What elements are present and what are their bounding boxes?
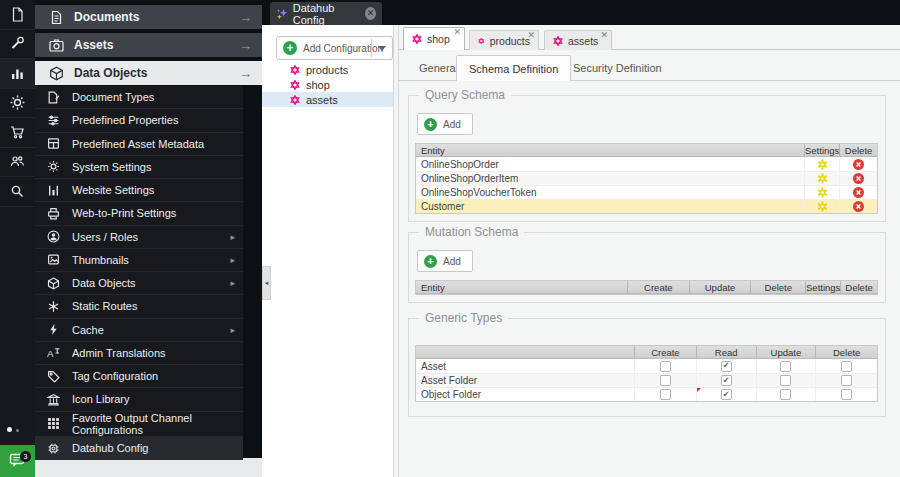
sidebar-item-system-settings[interactable]: System Settings: [35, 156, 243, 179]
read-checkbox[interactable]: ✔: [721, 375, 732, 386]
sidebar-item-static-routes[interactable]: Static Routes: [35, 295, 243, 318]
plus-icon: +: [424, 255, 437, 268]
create-checkbox[interactable]: [660, 361, 671, 372]
sidebar-item-admin-translations[interactable]: A Admin Translations: [35, 342, 243, 365]
table-row[interactable]: OnlineShopOrder: [416, 157, 877, 171]
sidebar-item-datahub-config[interactable]: Datahub Config: [35, 437, 243, 460]
close-icon[interactable]: ✕: [453, 28, 461, 37]
entity-name: OnlineShopOrder: [421, 159, 499, 170]
delete-checkbox[interactable]: [841, 389, 852, 400]
sidebar-item-thumbnails[interactable]: Thumbnails ▸: [35, 249, 243, 272]
tree-item-assets[interactable]: assets: [262, 92, 393, 107]
subtab-schema-definition[interactable]: Schema Definition: [456, 55, 571, 81]
create-checkbox[interactable]: [660, 389, 671, 400]
sidebar-section-assets[interactable]: Assets →: [35, 33, 262, 57]
close-icon[interactable]: ✕: [600, 31, 608, 40]
workspace-tab-datahub-config[interactable]: Datahub Config ✕: [270, 2, 382, 25]
tree-item-shop[interactable]: shop: [262, 77, 393, 92]
row-settings-button[interactable]: [805, 157, 840, 171]
column-header-name[interactable]: [416, 346, 635, 358]
row-settings-button[interactable]: [805, 172, 840, 185]
submenu-arrow-icon: ▸: [230, 325, 235, 335]
sidebar-item-web-to-print-settings[interactable]: Web-to-Print Settings: [35, 202, 243, 225]
sidebar-item-users-roles[interactable]: Users / Roles ▸: [35, 226, 243, 249]
gear-icon: [817, 173, 828, 184]
table-row[interactable]: Asset Folder ✔: [416, 373, 877, 387]
sidebar-item-icon-library[interactable]: Icon Library: [35, 388, 243, 411]
sidebar-item-tag-configuration[interactable]: Tag Configuration: [35, 365, 243, 388]
update-checkbox[interactable]: [780, 361, 791, 372]
gear-icon: [817, 201, 828, 212]
sidebar-item-website-settings[interactable]: Website Settings: [35, 179, 243, 202]
row-delete-button[interactable]: [840, 172, 877, 185]
rail-item-settings[interactable]: [0, 89, 35, 119]
rail-item-analytics[interactable]: [0, 59, 35, 89]
rail-item-ecommerce[interactable]: [0, 118, 35, 148]
row-delete-button[interactable]: [840, 157, 877, 171]
column-header-read[interactable]: Read: [697, 346, 757, 358]
grid-header: Entity Create Update Delete Settings Del…: [416, 281, 877, 294]
delete-checkbox[interactable]: [841, 375, 852, 386]
graphql-config-icon: [553, 36, 563, 46]
column-header-update[interactable]: Update: [757, 346, 817, 358]
row-delete-button[interactable]: [840, 186, 877, 199]
notifications-button[interactable]: 3: [0, 445, 35, 477]
sidebar-item-data-objects[interactable]: Data Objects ▸: [35, 272, 243, 295]
graphql-config-icon: [478, 36, 485, 46]
rail-item-users[interactable]: [0, 148, 35, 178]
arrow-right-icon: →: [239, 10, 252, 25]
rail-item-tools[interactable]: [0, 30, 35, 60]
tree-item-products[interactable]: products: [262, 62, 393, 77]
close-icon[interactable]: ✕: [365, 7, 376, 20]
table-row[interactable]: OnlineShopOrderItem: [416, 171, 877, 185]
table-row[interactable]: OnlineShopVoucherToken: [416, 185, 877, 199]
row-settings-button[interactable]: [805, 186, 840, 199]
column-header-delete[interactable]: Delete: [751, 281, 806, 293]
create-checkbox[interactable]: [660, 375, 671, 386]
column-header-settings[interactable]: Settings: [805, 144, 840, 156]
editor-tab-products[interactable]: products ✕: [469, 30, 539, 50]
row-settings-button[interactable]: [805, 200, 840, 213]
sidebar-section-documents[interactable]: Documents →: [35, 5, 262, 29]
editor-tab-shop[interactable]: shop ✕: [403, 27, 465, 50]
delete-checkbox[interactable]: [841, 361, 852, 372]
close-icon[interactable]: ✕: [527, 31, 535, 40]
add-label: Add: [443, 119, 461, 130]
thumbnails-icon: [47, 253, 60, 266]
column-header-delete-action[interactable]: Delete: [841, 281, 877, 293]
subtab-label: General: [419, 62, 458, 74]
column-header-delete[interactable]: Delete: [840, 144, 877, 156]
sidebar-item-predefined-properties[interactable]: Predefined Properties: [35, 109, 243, 132]
mutation-add-button[interactable]: + Add: [417, 250, 473, 272]
sidebar-item-cache[interactable]: Cache ▸: [35, 319, 243, 342]
column-header-entity[interactable]: Entity: [416, 281, 628, 293]
read-checkbox[interactable]: ✔: [721, 389, 732, 400]
collapse-panel-handle[interactable]: ◂: [262, 266, 271, 300]
column-header-update[interactable]: Update: [690, 281, 752, 293]
table-row[interactable]: Asset ✔: [416, 359, 877, 373]
column-header-create[interactable]: Create: [628, 281, 690, 293]
update-checkbox[interactable]: [780, 375, 791, 386]
table-row-selected[interactable]: Customer: [416, 199, 877, 213]
column-header-delete[interactable]: Delete: [816, 346, 877, 358]
column-header-entity[interactable]: Entity: [416, 144, 805, 156]
query-add-button[interactable]: + Add: [417, 113, 473, 135]
sidebar-item-document-types[interactable]: Document Types: [35, 86, 243, 109]
row-delete-button[interactable]: [840, 200, 877, 213]
sidebar-item-predefined-asset-metadata[interactable]: Predefined Asset Metadata: [35, 133, 243, 156]
rail-item-documents[interactable]: [0, 0, 35, 30]
generic-types-fieldset: Generic Types Create Read Update Delete …: [408, 318, 886, 417]
chevron-down-icon[interactable]: [378, 46, 386, 51]
camera-icon: [49, 38, 64, 53]
editor-tab-assets[interactable]: assets ✕: [544, 30, 612, 50]
sidebar-item-favorite-output-channel-configurations[interactable]: Favorite Output Channel Configurations: [35, 412, 243, 437]
rail-item-search[interactable]: [0, 177, 35, 207]
table-row[interactable]: Object Folder ✔: [416, 387, 877, 401]
column-header-settings[interactable]: Settings: [806, 281, 841, 293]
subtab-security-definition[interactable]: Security Definition: [561, 56, 674, 80]
read-checkbox[interactable]: ✔: [721, 361, 732, 372]
column-header-create[interactable]: Create: [635, 346, 697, 358]
sidebar-section-data-objects[interactable]: Data Objects →: [35, 61, 262, 85]
add-configuration-button[interactable]: + Add Configuration: [276, 36, 393, 60]
update-checkbox[interactable]: [780, 389, 791, 400]
